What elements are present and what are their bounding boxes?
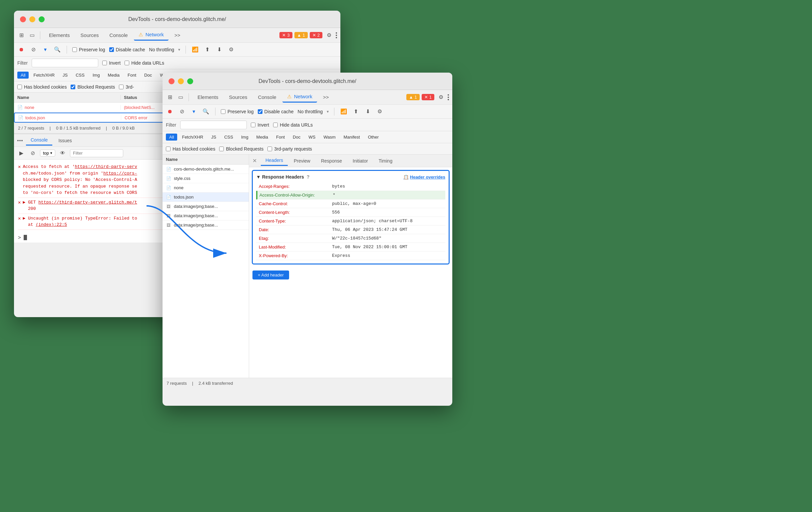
help-icon[interactable]: ? [307,174,310,179]
inspect-icon[interactable]: ⊞ [17,31,25,39]
blocked-requests-checkbox-2[interactable] [219,147,224,151]
wifi-icon-2[interactable]: 📶 [340,108,348,116]
gear-icon-1[interactable]: ⚙ [227,46,235,54]
traffic-lights-1[interactable] [20,16,45,22]
header-overrides-link[interactable]: 📋 Header overrides [403,175,445,179]
upload-icon-1[interactable]: ⬆ [203,46,211,54]
type-font-1[interactable]: Font [124,72,140,79]
clear-icon-2[interactable]: ⊘ [178,108,186,116]
error-link-2[interactable]: https://cors- [103,171,137,176]
type-other-2[interactable]: Other [365,134,382,141]
type-img-2[interactable]: Img [238,134,252,141]
tab-console-2[interactable]: Console [254,92,281,102]
tab-elements-2[interactable]: Elements [193,92,223,102]
upload-icon-2[interactable]: ⬆ [352,108,360,116]
file-item-2[interactable]: 📄 none [163,183,249,193]
close-button[interactable] [20,16,26,22]
blocked-cookies-checkbox-1[interactable] [17,85,22,89]
filter-input-2[interactable] [180,121,247,129]
preserve-log-check-1[interactable]: Preserve log [72,47,105,52]
type-fetch-2[interactable]: Fetch/XHR [178,134,206,141]
preserve-log-check-2[interactable]: Preserve log [221,109,254,114]
type-wasm-2[interactable]: Wasm [320,134,339,141]
minimize-button-2[interactable] [178,78,184,84]
detail-tab-preview[interactable]: Preview [289,156,315,166]
device-icon-2[interactable]: ▭ [176,93,184,101]
third-party-check-2[interactable]: 3rd-party requests [267,146,312,151]
detail-tab-timing[interactable]: Timing [374,156,397,166]
top-context-selector[interactable]: top ▾ [40,149,55,157]
filter-icon-1[interactable]: ▾ [41,46,49,54]
type-js-1[interactable]: JS [59,72,71,79]
type-js-2[interactable]: JS [208,134,220,141]
device-icon[interactable]: ▭ [28,31,36,39]
preserve-log-checkbox-2[interactable] [221,109,226,114]
third-party-checkbox-2[interactable] [267,147,272,151]
disable-cache-check-2[interactable]: Disable cache [258,109,294,114]
close-detail-btn[interactable]: ✕ [253,158,257,164]
tab-sources-2[interactable]: Sources [225,92,252,102]
console-sidebar-icon[interactable]: ▶ [17,149,25,157]
tab-console-panel-1[interactable]: Console [26,135,52,146]
blocked-requests-check-2[interactable]: Blocked Requests [219,146,263,151]
wifi-icon-1[interactable]: 📶 [191,46,199,54]
hide-data-check-2[interactable]: Hide data URLs [273,122,313,127]
blocked-cookies-checkbox-3[interactable] [166,147,171,151]
tab-network-1[interactable]: ⚠ Network [134,30,169,40]
type-media-1[interactable]: Media [105,72,123,79]
inspect-icon-2[interactable]: ⊞ [166,93,174,101]
detail-tab-response[interactable]: Response [316,156,347,166]
download-icon-2[interactable]: ⬇ [364,108,372,116]
type-img-1[interactable]: Img [89,72,103,79]
maximize-button-2[interactable] [187,78,193,84]
file-item-6[interactable]: 🖼 data:image/png;base... [163,221,249,230]
error-link-1[interactable]: https://third-party-serv [75,164,137,169]
traffic-lights-2[interactable] [169,78,193,84]
invert-checkbox-1[interactable] [102,61,107,65]
close-button-2[interactable] [169,78,175,84]
hide-data-check-1[interactable]: Hide data URLs [124,60,164,66]
tab-elements-1[interactable]: Elements [44,30,75,40]
blocked-requests-checkbox-1[interactable] [70,85,75,89]
blocked-cookies-check-1[interactable]: Has blocked cookies [17,84,67,90]
filter-icon-2[interactable]: ▾ [190,108,198,116]
type-ws-2[interactable]: WS [305,134,319,141]
file-item-4[interactable]: 🖼 data:image/png;base... [163,202,249,211]
type-doc-1[interactable]: Doc [141,72,155,79]
console-clear-icon[interactable]: ⊘ [29,149,37,157]
record-icon-1[interactable]: ⏺ [17,46,25,54]
hide-data-checkbox-1[interactable] [124,61,129,65]
settings-icon-1[interactable]: ⚙ [325,31,333,39]
invert-check-1[interactable]: Invert [102,60,121,66]
disable-cache-checkbox-1[interactable] [109,47,114,52]
file-item-0[interactable]: 📄 cors-demo-devtools.glitch.me... [163,165,249,174]
console-filter-input[interactable] [70,149,123,157]
tab-sources-1[interactable]: Sources [76,30,104,40]
file-item-3-todos[interactable]: 📄 todos.json [163,193,249,202]
invert-checkbox-2[interactable] [251,122,256,127]
tab-more-1[interactable]: >> [170,30,185,40]
settings-icon-2[interactable]: ⚙ [437,93,445,101]
maximize-button[interactable] [39,16,45,22]
type-media-2[interactable]: Media [253,134,271,141]
tab-console-1[interactable]: Console [105,30,133,40]
tab-more-2[interactable]: >> [318,92,334,102]
type-font-2[interactable]: Font [273,134,288,141]
filter-input-1[interactable] [32,59,98,67]
download-icon-1[interactable]: ⬇ [215,46,223,54]
search-icon-2[interactable]: 🔍 [202,108,210,116]
type-all-2[interactable]: All [166,134,177,141]
type-manifest-2[interactable]: Manifest [340,134,363,141]
record-icon-2[interactable]: ⏺ [166,108,174,116]
type-css-1[interactable]: CSS [72,72,88,79]
blocked-cookies-check-2[interactable]: Has blocked cookies [166,146,215,151]
gear-icon-2[interactable]: ⚙ [376,108,384,116]
hide-data-checkbox-2[interactable] [273,122,278,127]
detail-tab-initiator[interactable]: Initiator [348,156,373,166]
type-doc-2[interactable]: Doc [289,134,304,141]
third-party-checkbox-1[interactable] [119,85,123,89]
minimize-button[interactable] [29,16,35,22]
error-link-3[interactable]: https://third-party-server.glitch.me/t [38,200,137,205]
add-header-button[interactable]: + Add header [253,271,289,280]
type-fetch-1[interactable]: Fetch/XHR [30,72,58,79]
